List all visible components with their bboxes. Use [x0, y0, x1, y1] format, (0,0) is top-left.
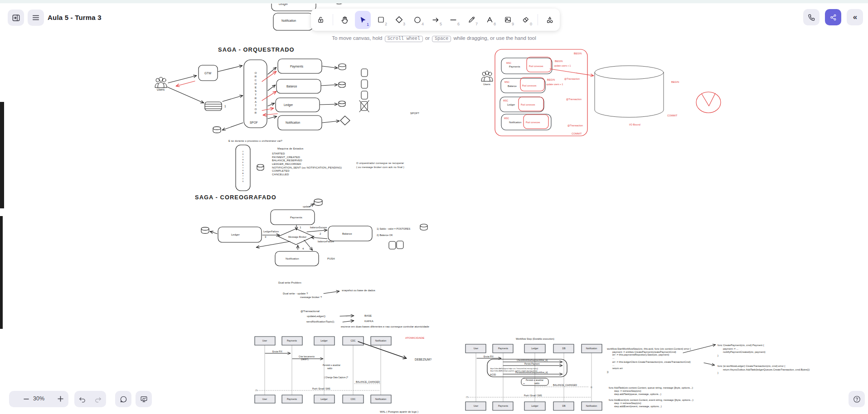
svg-text:Persist Payment: Persist Payment: [524, 363, 540, 365]
svg-text:Criar lancamento: Criar lancamento: [299, 356, 315, 358]
svg-text:step := retrieveStep(ctx): step := retrieveStep(ctx): [614, 390, 641, 392]
svg-text:MSC: MSC: [504, 117, 509, 120]
svg-text:CDC: CDC: [351, 398, 356, 400]
svg-text:S: S: [255, 90, 257, 92]
svg-text:@Transactional: @Transactional: [301, 310, 320, 313]
svg-text:BASE: BASE: [364, 314, 372, 317]
svg-text:...: ...: [612, 364, 615, 366]
svg-text:(DEBIT): (DEBIT): [301, 358, 309, 361]
svg-text:Ledger: Ledger: [320, 398, 328, 400]
svg-text:update users + 1: update users + 1: [554, 64, 571, 67]
svg-text:Notification: Notification: [286, 257, 299, 260]
svg-text:Persistir e atualizar: Persistir e atualizar: [323, 364, 341, 366]
svg-text:func CreatePayment(ctx, cmd) P: func CreatePayment(ctx, cmd) Payment {: [718, 344, 764, 347]
svg-text:MSC: MSC: [504, 81, 510, 83]
svg-text:R: R: [255, 97, 257, 100]
svg-text:PAYMENT_CREATED: PAYMENT_CREATED: [272, 156, 300, 159]
svg-text:DB: DB: [563, 404, 566, 407]
svg-text:Balance: Balance: [286, 85, 297, 88]
svg-text:1: 1: [224, 105, 226, 108]
svg-text:Pool conexoes: Pool conexoes: [526, 121, 540, 124]
svg-text:O: O: [255, 108, 257, 111]
svg-text:message broker ?: message broker ?: [300, 296, 322, 298]
svg-text:R: R: [242, 181, 244, 183]
svg-text:BEGIN: BEGIN: [574, 52, 582, 55]
svg-text:1: 1: [300, 226, 301, 229]
svg-text:MSC: MSC: [506, 62, 512, 64]
svg-text:Balance: Balance: [342, 232, 352, 235]
svg-text:PersistsWorkflowStep(workflow_: PersistsWorkflowStep(workflow_id): [515, 371, 548, 374]
svg-text:snapshot ou base de dados: snapshot ou base de dados: [342, 289, 375, 292]
svg-text:Notification: Notification: [586, 347, 597, 350]
svg-text:step.addTask(queue, message, o: step.addTask(queue, message, options...): [614, 393, 661, 395]
svg-text:R: R: [255, 111, 257, 114]
svg-text:Ledger: Ledger: [507, 103, 515, 106]
svg-text:err := this.ledgerClient.Creat: err := this.ledgerClient.CreateTransacti…: [612, 361, 691, 363]
svg-text:BALANCE_RESERVED: BALANCE_RESERVED: [272, 159, 302, 162]
svg-text:(?): (?): [255, 389, 258, 391]
svg-text:NOTIFICATION_SENT (ou NOTIFICA: NOTIFICATION_SENT (ou NOTIFICATION_PENDI…: [272, 166, 342, 169]
svg-text:Ledger: Ledger: [231, 233, 240, 236]
svg-text:CheckWorkflowStep(workflow_id): CheckWorkflowStep(workflow_id): [517, 359, 548, 361]
svg-text:Notification: Notification: [375, 339, 387, 342]
svg-text:E se durante o processo o orch: E se durante o processo o orchestrator c…: [228, 140, 283, 142]
svg-text:E: E: [255, 86, 257, 89]
svg-text:(?): (?): [466, 396, 469, 398]
svg-text:User: User: [474, 404, 479, 407]
svg-text:nutitifyPaymentCreated(ctx, pa: nutitifyPaymentCreated(ctx, payment): [723, 351, 766, 353]
svg-text:BEGIN: BEGIN: [555, 60, 563, 63]
svg-text:BALANCE_CHANGED: BALANCE_CHANGED: [356, 380, 380, 383]
svg-text:User: User: [262, 339, 267, 342]
svg-text:Workflow Step (Durable executi: Workflow Step (Durable execution): [516, 337, 554, 340]
svg-text:saldo: saldo: [327, 367, 332, 370]
svg-text:S: S: [242, 164, 244, 166]
svg-text:...: ...: [612, 356, 615, 359]
svg-text:Notification: Notification: [586, 404, 597, 407]
svg-text:T: T: [255, 104, 257, 107]
svg-text:CANCELLED: CANCELLED: [272, 173, 289, 176]
svg-text:@Transaction: @Transaction: [567, 124, 583, 127]
svg-text:Pool conexoes: Pool conexoes: [522, 85, 537, 87]
svg-text:}: }: [718, 354, 718, 357]
svg-text:Users: Users: [483, 83, 490, 86]
svg-text:Ledger: Ledger: [531, 404, 538, 407]
svg-text:Payments: Payments: [509, 65, 520, 68]
svg-text:Notification: Notification: [286, 121, 301, 124]
svg-text:O: O: [242, 178, 244, 180]
svg-text:Persistir e atualizar: Persistir e atualizar: [526, 379, 544, 381]
svg-text:@Transaction: @Transaction: [564, 77, 580, 80]
svg-text:C: C: [255, 79, 257, 82]
svg-text:Dual write Problem: Dual write Problem: [278, 281, 301, 284]
svg-text:STARTED: STARTED: [272, 152, 285, 155]
svg-text:err: err: [523, 383, 525, 385]
svg-text:func (w worfklowLedger) Create: func (w worfklowLedger) CreateTransactio…: [718, 365, 785, 367]
svg-text:Maquina de Estados: Maquina de Estados: [277, 147, 303, 150]
svg-text:H: H: [255, 82, 257, 85]
svg-text:C: C: [242, 156, 244, 158]
svg-text:O: O: [255, 72, 257, 74]
svg-text:GTW: GTW: [204, 72, 212, 75]
svg-text:balanceSucess: balanceSucess: [310, 226, 327, 229]
svg-text:R: R: [242, 170, 244, 172]
svg-text:Push / Email / SMS: Push / Email / SMS: [312, 388, 330, 390]
svg-text:Payments: Payments: [290, 65, 304, 68]
svg-text:BALANCE_CHANGED: BALANCE_CHANGED: [553, 384, 577, 386]
svg-text:3: 3: [265, 236, 267, 238]
svg-text:4: 4: [302, 247, 304, 250]
svg-text:Users: Users: [157, 88, 165, 91]
svg-text:I/O Bound: I/O Bound: [629, 123, 640, 126]
svg-text:COMMIT: COMMIT: [667, 114, 678, 117]
svg-text:KAFKA: KAFKA: [364, 320, 373, 323]
svg-text:T: T: [242, 175, 244, 177]
svg-text:Notification: Notification: [375, 398, 387, 400]
svg-text:Push / Email / SMS: Push / Email / SMS: [524, 395, 542, 397]
svg-text:balanceFailure: balanceFailure: [318, 240, 334, 243]
svg-text:escreve em duas bases diferent: escreve em duas bases diferentes e nao c…: [341, 325, 429, 328]
svg-text:workflow.StartWorkflowStep(ctx: workflow.StartWorkflowStep(ctx, this.aci…: [606, 347, 691, 350]
svg-text:update: update: [303, 205, 310, 208]
svg-text:T: T: [255, 93, 257, 96]
svg-text:@Transaction: @Transaction: [566, 98, 582, 101]
svg-text:Message Broker: Message Broker: [288, 236, 306, 238]
svg-text:R: R: [255, 75, 257, 78]
svg-text:User: User: [474, 347, 479, 350]
